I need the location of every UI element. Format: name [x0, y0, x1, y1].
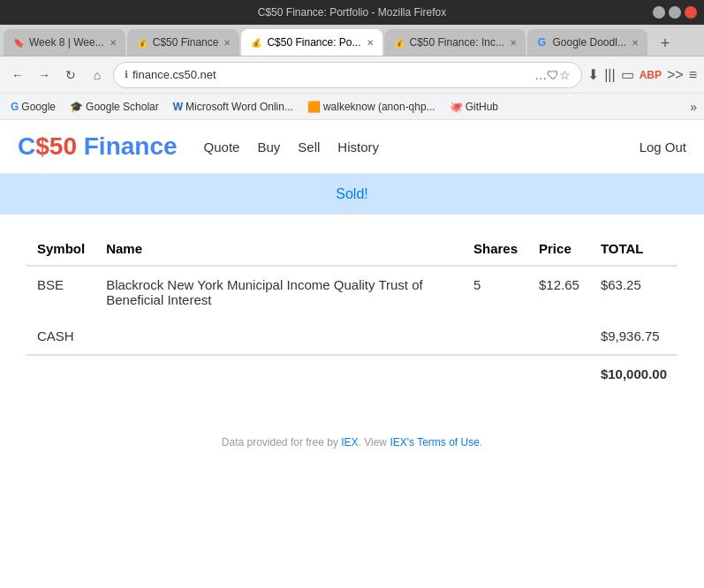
tab-label-cs50finance: C$50 Finance — [153, 36, 219, 49]
address-bar: ← → ↻ ⌂ ℹ finance.cs50.net … 🛡 ☆ ⬇ ||| ▭… — [0, 57, 704, 94]
col-name: Name — [95, 232, 463, 266]
sold-text: Sold! — [336, 186, 367, 201]
grand-total-name-empty — [95, 355, 463, 392]
tab-close-portfolio[interactable]: ✕ — [367, 38, 374, 48]
site-logo: C$50 Finance — [18, 132, 178, 161]
tab-cs50finance-inc[interactable]: 💰 C$50 Finance: Inc... ✕ — [384, 29, 526, 56]
nav-quote[interactable]: Quote — [204, 139, 240, 155]
bookmarks-bar: G Google 🎓 Google Scholar W Microsoft Wo… — [0, 94, 704, 120]
bookmark-scholar[interactable]: 🎓 Google Scholar — [66, 99, 163, 115]
tab-close-google[interactable]: ✕ — [632, 38, 639, 48]
url-text: finance.cs50.net — [132, 68, 534, 81]
tab-close-inc[interactable]: ✕ — [510, 38, 517, 48]
logo-finance: Finance — [77, 132, 178, 160]
tab-close-cs50finance[interactable]: ✕ — [223, 38, 231, 48]
tab-label-google: Google Doodl... — [553, 36, 626, 49]
bookmark-github[interactable]: 🐙 GitHub — [446, 99, 502, 115]
nav-sell[interactable]: Sell — [298, 139, 320, 155]
col-shares: Shares — [463, 232, 528, 266]
footer: Data provided for free by IEX. View IEX'… — [0, 418, 704, 466]
cash-price-empty — [528, 318, 590, 355]
bookmark-walkeknow-label: walkeknow (anon-qhp... — [323, 101, 435, 113]
cell-shares: 5 — [463, 266, 528, 318]
sold-banner: Sold! — [0, 174, 704, 215]
iex-terms-link[interactable]: IEX's Terms of Use — [390, 436, 479, 449]
minimize-button[interactable] — [653, 6, 665, 19]
bookmark-google-label: Google — [21, 101, 56, 113]
footer-text-before: Data provided for free by — [222, 436, 341, 449]
extensions-icon[interactable]: >> — [667, 67, 684, 83]
tab-google-doodle[interactable]: G Google Doodl... ✕ — [527, 29, 647, 56]
adblock-icon[interactable]: ABP — [640, 69, 662, 81]
sidebar-icon[interactable]: ▭ — [621, 66, 634, 83]
grand-total-value: $10,000.00 — [590, 355, 678, 392]
tab-favicon-portfolio: 💰 — [250, 36, 262, 49]
tab-label-week8: Week 8 | Wee... — [29, 36, 104, 49]
bookmark-walkeknow[interactable]: 🟧 walkeknow (anon-qhp... — [304, 99, 439, 115]
bookmark-star-icon[interactable]: ☆ — [559, 68, 571, 82]
portfolio-table-area: Symbol Name Shares Price TOTAL BSE Black… — [0, 232, 704, 418]
cell-name: Blackrock New York Municipal Income Qual… — [95, 266, 463, 318]
forward-button[interactable]: → — [34, 64, 55, 86]
nav-buy[interactable]: Buy — [257, 139, 280, 155]
page-content: C$50 Finance Quote Buy Sell History Log … — [0, 120, 704, 588]
tab-cs50finance-portfolio[interactable]: 💰 C$50 Finance: Po... ✕ — [241, 29, 382, 56]
tab-favicon-google: G — [536, 36, 549, 49]
new-tab-button[interactable]: + — [653, 31, 678, 56]
tab-label-portfolio: C$50 Finance: Po... — [267, 36, 360, 49]
home-button[interactable]: ⌂ — [87, 64, 108, 86]
logo-50: 50 — [49, 132, 77, 160]
google-favicon: G — [11, 101, 19, 113]
col-price: Price — [528, 232, 590, 266]
scholar-favicon: 🎓 — [70, 101, 83, 113]
table-row: BSE Blackrock New York Municipal Income … — [26, 266, 678, 318]
window-controls[interactable] — [653, 6, 697, 19]
library-icon[interactable]: ||| — [604, 67, 615, 83]
col-total: TOTAL — [590, 232, 678, 266]
titlebar-title: C$50 Finance: Portfolio - Mozilla Firefo… — [0, 6, 704, 19]
toolbar-right: ⬇ ||| ▭ ABP >> ≡ — [587, 66, 697, 83]
word-favicon: W — [173, 101, 183, 113]
back-button[interactable]: ← — [7, 64, 28, 86]
cash-total: $9,936.75 — [590, 318, 678, 355]
security-icon: ℹ — [125, 69, 128, 80]
portfolio-table: Symbol Name Shares Price TOTAL BSE Black… — [26, 232, 678, 392]
bookmark-github-label: GitHub — [466, 101, 498, 113]
shield-icon[interactable]: 🛡 — [547, 68, 559, 82]
tab-cs50finance[interactable]: 💰 C$50 Finance ✕ — [127, 29, 240, 56]
grand-total-row: $10,000.00 — [26, 355, 678, 392]
bookmark-word-label: Microsoft Word Onlin... — [185, 101, 293, 113]
logo-c: C — [18, 132, 35, 160]
cell-symbol: BSE — [26, 266, 95, 318]
grand-total-price-empty — [528, 355, 590, 392]
tab-close-week8[interactable]: ✕ — [110, 38, 117, 48]
grand-total-label-empty — [26, 355, 95, 392]
bookmark-google[interactable]: G Google — [7, 99, 59, 115]
cash-shares-empty — [463, 318, 528, 355]
walkeknow-favicon: 🟧 — [307, 101, 321, 113]
cash-label: CASH — [26, 318, 95, 355]
grand-total-shares-empty — [463, 355, 528, 392]
footer-text-after: . — [480, 436, 482, 449]
bookmark-word[interactable]: W Microsoft Word Onlin... — [170, 99, 297, 115]
footer-text-middle: . View — [359, 436, 390, 449]
nav-history[interactable]: History — [337, 139, 379, 155]
tab-label-inc: C$50 Finance: Inc... — [410, 36, 504, 49]
iex-link[interactable]: IEX — [341, 436, 358, 449]
download-icon[interactable]: ⬇ — [587, 66, 599, 83]
cell-price: $12.65 — [528, 266, 590, 318]
cash-row: CASH $9,936.75 — [26, 318, 678, 355]
logout-button[interactable]: Log Out — [640, 139, 686, 155]
tab-favicon-week8: 🔖 — [12, 36, 25, 49]
menu-icon[interactable]: ≡ — [689, 67, 697, 83]
bookmarks-more-icon[interactable]: » — [690, 100, 697, 114]
maximize-button[interactable] — [669, 6, 681, 19]
github-favicon: 🐙 — [450, 101, 463, 113]
more-options-icon[interactable]: … — [534, 68, 547, 82]
tab-week8[interactable]: 🔖 Week 8 | Wee... ✕ — [4, 29, 125, 56]
close-button[interactable] — [685, 6, 697, 19]
refresh-button[interactable]: ↻ — [60, 64, 81, 86]
url-bar[interactable]: ℹ finance.cs50.net … 🛡 ☆ — [113, 62, 582, 88]
tab-bar: 🔖 Week 8 | Wee... ✕ 💰 C$50 Finance ✕ 💰 C… — [0, 25, 704, 57]
titlebar: C$50 Finance: Portfolio - Mozilla Firefo… — [0, 0, 704, 25]
